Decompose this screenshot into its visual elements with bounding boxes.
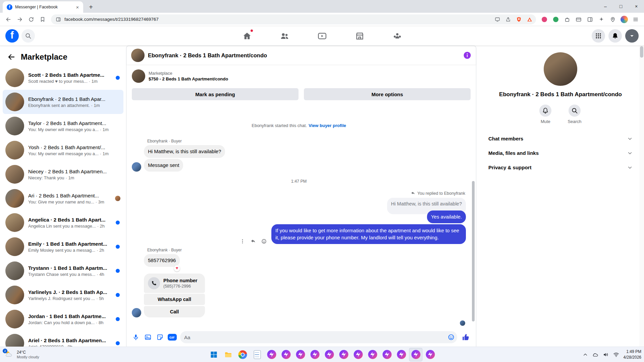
taskbar-messenger-window[interactable] [294, 348, 307, 361]
notifications-button[interactable] [608, 29, 622, 43]
taskbar-messenger-window[interactable] [424, 348, 437, 361]
page-scrollbar[interactable] [639, 46, 644, 347]
react-emoji-icon[interactable] [261, 239, 267, 244]
taskbar-messenger-window[interactable] [380, 348, 394, 361]
browser-forward-icon[interactable] [15, 14, 25, 24]
browser-menu-icon[interactable] [631, 14, 641, 24]
taskbar-messenger-window[interactable] [366, 348, 379, 361]
nav-tab-watch[interactable] [303, 26, 341, 46]
emoji-picker-icon[interactable] [448, 334, 454, 341]
browser-profile-avatar[interactable] [619, 14, 629, 24]
nav-tab-home[interactable] [228, 26, 266, 46]
share-icon[interactable] [503, 14, 513, 24]
call-button[interactable]: Call [144, 306, 205, 317]
gif-icon[interactable]: GIF [167, 332, 177, 343]
tray-chevron-up-icon[interactable] [583, 352, 588, 357]
taskbar-messenger-window[interactable] [279, 348, 293, 361]
wallet-icon[interactable] [574, 14, 584, 24]
taskbar-messenger-window[interactable] [308, 348, 322, 361]
voice-clip-icon[interactable] [130, 332, 141, 343]
conversation-list-item[interactable]: Ebonyfrank · 2 Beds 1 Bath Apar... Ebony… [3, 90, 123, 114]
heart-reaction[interactable]: ♥ [174, 265, 180, 272]
conversation-list-item[interactable]: Yosh · 2 Beds 1 Bath Apartment/... You: … [3, 138, 123, 162]
messages-scrollbar-thumb[interactable] [472, 181, 475, 321]
browser-reload-icon[interactable] [26, 14, 36, 24]
taskbar-messenger-window[interactable] [265, 348, 278, 361]
taskbar-messenger-window[interactable] [395, 348, 408, 361]
taskbar-messenger-window[interactable] [337, 348, 351, 361]
volume-icon[interactable] [603, 352, 609, 358]
browser-tab-messenger[interactable]: f Messenger | Facebook × [3, 1, 83, 13]
chat-header[interactable]: Ebonyfrank · 2 Beds 1 Bath Apartment/con… [126, 46, 476, 65]
extension-pink-icon[interactable] [539, 14, 549, 24]
view-buyer-profile-link[interactable]: View buyer profile [309, 123, 346, 128]
mute-action[interactable]: Mute [539, 105, 551, 124]
facebook-logo[interactable]: f [5, 29, 19, 43]
location-pin-icon[interactable] [608, 14, 618, 24]
url-text[interactable]: facebook.com/messages/t/2133196827469767 [64, 17, 490, 22]
conversation-info-icon[interactable] [463, 51, 471, 59]
whatsapp-call-button[interactable]: WhatsApp call [144, 294, 205, 305]
message-input[interactable] [184, 335, 444, 340]
brave-shield-icon[interactable] [514, 14, 524, 24]
account-menu-button[interactable] [625, 29, 639, 43]
chat-title[interactable]: Ebonyfrank · 2 Beds 1 Bath Apartment/con… [148, 52, 267, 59]
window-close-button[interactable]: × [629, 0, 644, 13]
incoming-message[interactable]: Hi Matthew, is this still available? [144, 145, 225, 158]
outgoing-message[interactable]: Yes available. [427, 210, 466, 223]
network-icon[interactable] [613, 352, 619, 358]
sticker-icon[interactable] [155, 332, 165, 343]
taskbar-clock[interactable]: 1:49 PM 4/28/2026 [624, 349, 641, 360]
address-bar[interactable]: facebook.com/messages/t/2133196827469767 [51, 14, 536, 24]
nav-tab-marketplace[interactable] [341, 26, 378, 46]
start-button[interactable] [207, 348, 221, 361]
conversation-list-item[interactable]: Ari · 2 Beds 1 Bath Apartment... You: Gi… [3, 186, 123, 210]
conversation-list-item[interactable]: Jordan · 1 Bed 1 Bath Apartme... Jordan:… [3, 307, 123, 331]
conversation-list-item[interactable]: Scott · 2 Beds 1 Bath Apartme... Scott r… [3, 66, 123, 90]
page-scrollbar-thumb[interactable] [640, 46, 643, 58]
window-maximize-button[interactable]: □ [613, 0, 629, 13]
extension-green-icon[interactable] [551, 14, 561, 24]
nav-tab-groups[interactable] [378, 26, 416, 46]
chat-header-avatar[interactable] [131, 49, 145, 62]
site-info-icon[interactable] [55, 16, 62, 23]
more-options-button[interactable]: More options [304, 88, 471, 100]
browser-back-icon[interactable] [3, 14, 13, 24]
conversation-list-item[interactable]: Emily · 1 Bed 1 Bath Apartment... Emily … [3, 235, 123, 259]
nav-tab-friends[interactable] [266, 26, 303, 46]
taskbar-messenger-window[interactable] [409, 348, 423, 361]
taskbar-weather-widget[interactable]: 2 24°C Mostly cloudy [2, 347, 42, 362]
details-section-row[interactable]: Privacy & support [485, 160, 636, 175]
conversation-list-item[interactable]: Taylor · 2 Beds 1 Bath Apartment... You:… [3, 114, 123, 138]
outgoing-message[interactable]: If you would like to get more informatio… [271, 224, 466, 244]
mark-as-pending-button[interactable]: Mark as pending [132, 88, 299, 100]
sidebar-toggle-icon[interactable] [585, 14, 595, 24]
conversation-list-item[interactable]: Niecey · 2 Beds 1 Bath Apartmen... Niece… [3, 162, 123, 186]
send-like-icon[interactable] [460, 331, 472, 343]
taskbar-messenger-window[interactable] [352, 348, 365, 361]
bookmark-icon[interactable] [38, 14, 48, 24]
file-explorer-button[interactable] [222, 348, 235, 361]
details-section-row[interactable]: Media, files and links [485, 146, 636, 160]
details-section-row[interactable]: Chat members [485, 131, 636, 146]
search-in-chat-icon[interactable] [569, 105, 581, 117]
search-action[interactable]: Search [568, 105, 581, 124]
messages-scrollbar[interactable] [472, 106, 475, 326]
conversation-list-item[interactable]: Trystann · 1 Bed 1 Bath Apartm... Trysta… [3, 259, 123, 283]
chrome-button[interactable] [236, 348, 250, 361]
reply-icon[interactable] [251, 239, 256, 244]
back-arrow-icon[interactable] [5, 51, 17, 63]
reading-mode-icon[interactable] [492, 14, 502, 24]
incoming-message[interactable]: Message sent [144, 159, 183, 172]
mute-bell-icon[interactable] [539, 105, 551, 117]
marketplace-listing-banner[interactable]: Marketplace $750 - 2 Beds 1 Bath Apartme… [126, 65, 476, 85]
conversation-list-item[interactable]: Angelica · 2 Beds 1 Bath Apart... Angeli… [3, 210, 123, 235]
tab-close-icon[interactable]: × [74, 4, 80, 10]
conversation-list-item[interactable]: Yarlinelys J. · 2 Beds 1 Bath Ap... Yarl… [3, 283, 123, 307]
facebook-search-button[interactable] [21, 29, 35, 43]
attach-photo-icon[interactable] [143, 332, 153, 343]
extensions-puzzle-icon[interactable] [562, 14, 572, 24]
notepad-button[interactable] [251, 348, 264, 361]
window-minimize-button[interactable]: – [598, 0, 613, 13]
conversation-list-item[interactable]: Ariel · 2 Beds 1 Bath Apartmen... Ariel:… [3, 331, 123, 347]
